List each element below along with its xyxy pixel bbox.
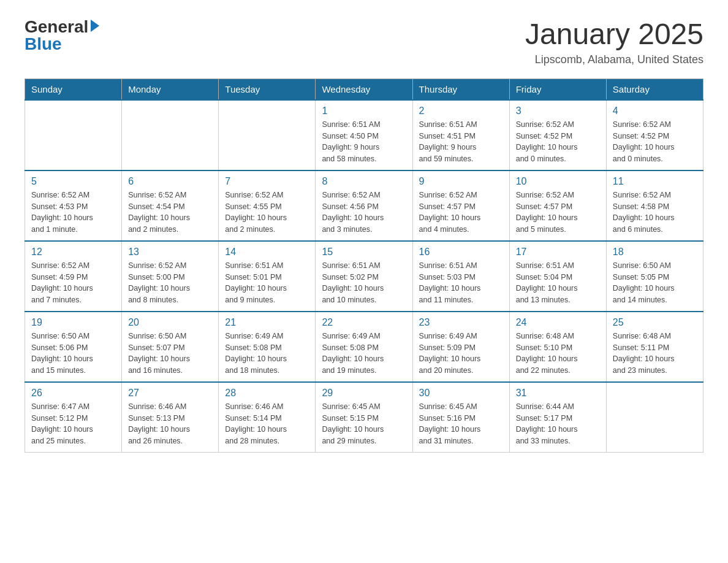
day-number: 27 bbox=[128, 388, 212, 399]
logo-blue-text: Blue bbox=[25, 36, 62, 53]
calendar-cell bbox=[606, 382, 703, 453]
day-number: 1 bbox=[322, 105, 406, 117]
calendar-cell: 20Sunrise: 6:50 AM Sunset: 5:07 PM Dayli… bbox=[122, 312, 219, 382]
calendar-cell: 28Sunrise: 6:46 AM Sunset: 5:14 PM Dayli… bbox=[219, 382, 316, 453]
day-number: 21 bbox=[225, 317, 309, 328]
day-number: 19 bbox=[31, 317, 115, 328]
day-of-week-header: Tuesday bbox=[219, 79, 316, 100]
day-info: Sunrise: 6:51 AM Sunset: 5:02 PM Dayligh… bbox=[322, 260, 406, 306]
day-info: Sunrise: 6:51 AM Sunset: 5:01 PM Dayligh… bbox=[225, 260, 309, 306]
day-number: 5 bbox=[31, 176, 115, 187]
day-number: 17 bbox=[516, 247, 600, 258]
day-info: Sunrise: 6:50 AM Sunset: 5:06 PM Dayligh… bbox=[31, 331, 115, 377]
calendar-cell: 4Sunrise: 6:52 AM Sunset: 4:52 PM Daylig… bbox=[606, 100, 703, 170]
calendar-cell: 14Sunrise: 6:51 AM Sunset: 5:01 PM Dayli… bbox=[219, 241, 316, 312]
calendar-cell: 22Sunrise: 6:49 AM Sunset: 5:08 PM Dayli… bbox=[316, 312, 412, 382]
day-number: 13 bbox=[128, 247, 212, 258]
logo-arrow-icon bbox=[91, 20, 99, 32]
day-number: 18 bbox=[613, 247, 697, 258]
calendar-cell bbox=[219, 100, 316, 170]
day-number: 9 bbox=[419, 176, 503, 187]
day-number: 24 bbox=[516, 317, 600, 328]
day-number: 10 bbox=[516, 176, 600, 187]
day-number: 31 bbox=[516, 388, 600, 399]
logo-general-text: General bbox=[25, 18, 88, 36]
day-info: Sunrise: 6:49 AM Sunset: 5:08 PM Dayligh… bbox=[225, 331, 309, 377]
day-info: Sunrise: 6:52 AM Sunset: 4:57 PM Dayligh… bbox=[516, 190, 600, 236]
day-number: 14 bbox=[225, 247, 309, 258]
day-number: 22 bbox=[322, 317, 406, 328]
day-info: Sunrise: 6:48 AM Sunset: 5:10 PM Dayligh… bbox=[516, 331, 600, 377]
calendar-cell: 27Sunrise: 6:46 AM Sunset: 5:13 PM Dayli… bbox=[122, 382, 219, 453]
day-info: Sunrise: 6:51 AM Sunset: 5:03 PM Dayligh… bbox=[419, 260, 503, 306]
week-row: 1Sunrise: 6:51 AM Sunset: 4:50 PM Daylig… bbox=[25, 100, 703, 170]
calendar-cell: 5Sunrise: 6:52 AM Sunset: 4:53 PM Daylig… bbox=[25, 170, 122, 241]
calendar-cell bbox=[122, 100, 219, 170]
day-number: 16 bbox=[419, 247, 503, 258]
day-number: 11 bbox=[613, 176, 697, 187]
day-of-week-header: Thursday bbox=[412, 79, 509, 100]
calendar-cell: 7Sunrise: 6:52 AM Sunset: 4:55 PM Daylig… bbox=[219, 170, 316, 241]
day-number: 28 bbox=[225, 388, 309, 399]
week-row: 12Sunrise: 6:52 AM Sunset: 4:59 PM Dayli… bbox=[25, 241, 703, 312]
day-of-week-header: Sunday bbox=[25, 79, 122, 100]
calendar-cell bbox=[25, 100, 122, 170]
day-info: Sunrise: 6:50 AM Sunset: 5:05 PM Dayligh… bbox=[613, 260, 697, 306]
day-info: Sunrise: 6:52 AM Sunset: 4:56 PM Dayligh… bbox=[322, 190, 406, 236]
day-info: Sunrise: 6:47 AM Sunset: 5:12 PM Dayligh… bbox=[31, 401, 115, 447]
day-number: 25 bbox=[613, 317, 697, 328]
day-info: Sunrise: 6:45 AM Sunset: 5:16 PM Dayligh… bbox=[419, 401, 503, 447]
day-info: Sunrise: 6:52 AM Sunset: 4:52 PM Dayligh… bbox=[613, 119, 697, 165]
calendar-cell: 18Sunrise: 6:50 AM Sunset: 5:05 PM Dayli… bbox=[606, 241, 703, 312]
day-number: 2 bbox=[419, 105, 503, 117]
day-info: Sunrise: 6:52 AM Sunset: 4:54 PM Dayligh… bbox=[128, 190, 212, 236]
page-header: General Blue January 2025 Lipscomb, Alab… bbox=[25, 18, 703, 66]
calendar-cell: 24Sunrise: 6:48 AM Sunset: 5:10 PM Dayli… bbox=[509, 312, 606, 382]
calendar-cell: 30Sunrise: 6:45 AM Sunset: 5:16 PM Dayli… bbox=[412, 382, 509, 453]
day-info: Sunrise: 6:44 AM Sunset: 5:17 PM Dayligh… bbox=[516, 401, 600, 447]
day-number: 3 bbox=[516, 105, 600, 117]
day-info: Sunrise: 6:49 AM Sunset: 5:09 PM Dayligh… bbox=[419, 331, 503, 377]
calendar-cell: 31Sunrise: 6:44 AM Sunset: 5:17 PM Dayli… bbox=[509, 382, 606, 453]
logo: General Blue bbox=[25, 18, 99, 53]
day-info: Sunrise: 6:51 AM Sunset: 4:50 PM Dayligh… bbox=[322, 119, 406, 165]
calendar-cell: 10Sunrise: 6:52 AM Sunset: 4:57 PM Dayli… bbox=[509, 170, 606, 241]
day-number: 15 bbox=[322, 247, 406, 258]
day-number: 8 bbox=[322, 176, 406, 187]
day-number: 26 bbox=[31, 388, 115, 399]
calendar-cell: 2Sunrise: 6:51 AM Sunset: 4:51 PM Daylig… bbox=[412, 100, 509, 170]
day-of-week-header: Friday bbox=[509, 79, 606, 100]
calendar-cell: 21Sunrise: 6:49 AM Sunset: 5:08 PM Dayli… bbox=[219, 312, 316, 382]
day-info: Sunrise: 6:50 AM Sunset: 5:07 PM Dayligh… bbox=[128, 331, 212, 377]
day-number: 20 bbox=[128, 317, 212, 328]
day-info: Sunrise: 6:52 AM Sunset: 4:53 PM Dayligh… bbox=[31, 190, 115, 236]
day-info: Sunrise: 6:52 AM Sunset: 4:57 PM Dayligh… bbox=[419, 190, 503, 236]
day-info: Sunrise: 6:48 AM Sunset: 5:11 PM Dayligh… bbox=[613, 331, 697, 377]
calendar-cell: 26Sunrise: 6:47 AM Sunset: 5:12 PM Dayli… bbox=[25, 382, 122, 453]
week-row: 26Sunrise: 6:47 AM Sunset: 5:12 PM Dayli… bbox=[25, 382, 703, 453]
calendar-cell: 23Sunrise: 6:49 AM Sunset: 5:09 PM Dayli… bbox=[412, 312, 509, 382]
day-number: 12 bbox=[31, 247, 115, 258]
day-info: Sunrise: 6:46 AM Sunset: 5:14 PM Dayligh… bbox=[225, 401, 309, 447]
day-info: Sunrise: 6:52 AM Sunset: 4:55 PM Dayligh… bbox=[225, 190, 309, 236]
day-of-week-header: Saturday bbox=[606, 79, 703, 100]
calendar-cell: 1Sunrise: 6:51 AM Sunset: 4:50 PM Daylig… bbox=[316, 100, 412, 170]
day-info: Sunrise: 6:52 AM Sunset: 4:58 PM Dayligh… bbox=[613, 190, 697, 236]
calendar-cell: 8Sunrise: 6:52 AM Sunset: 4:56 PM Daylig… bbox=[316, 170, 412, 241]
day-number: 4 bbox=[613, 105, 697, 117]
day-info: Sunrise: 6:52 AM Sunset: 4:52 PM Dayligh… bbox=[516, 119, 600, 165]
calendar-cell: 3Sunrise: 6:52 AM Sunset: 4:52 PM Daylig… bbox=[509, 100, 606, 170]
day-info: Sunrise: 6:49 AM Sunset: 5:08 PM Dayligh… bbox=[322, 331, 406, 377]
calendar-cell: 15Sunrise: 6:51 AM Sunset: 5:02 PM Dayli… bbox=[316, 241, 412, 312]
day-info: Sunrise: 6:52 AM Sunset: 4:59 PM Dayligh… bbox=[31, 260, 115, 306]
day-info: Sunrise: 6:51 AM Sunset: 5:04 PM Dayligh… bbox=[516, 260, 600, 306]
day-info: Sunrise: 6:46 AM Sunset: 5:13 PM Dayligh… bbox=[128, 401, 212, 447]
calendar-cell: 25Sunrise: 6:48 AM Sunset: 5:11 PM Dayli… bbox=[606, 312, 703, 382]
calendar-cell: 9Sunrise: 6:52 AM Sunset: 4:57 PM Daylig… bbox=[412, 170, 509, 241]
day-of-week-header: Wednesday bbox=[316, 79, 412, 100]
day-of-week-header: Monday bbox=[122, 79, 219, 100]
day-info: Sunrise: 6:51 AM Sunset: 4:51 PM Dayligh… bbox=[419, 119, 503, 165]
day-info: Sunrise: 6:45 AM Sunset: 5:15 PM Dayligh… bbox=[322, 401, 406, 447]
day-number: 29 bbox=[322, 388, 406, 399]
week-row: 19Sunrise: 6:50 AM Sunset: 5:06 PM Dayli… bbox=[25, 312, 703, 382]
